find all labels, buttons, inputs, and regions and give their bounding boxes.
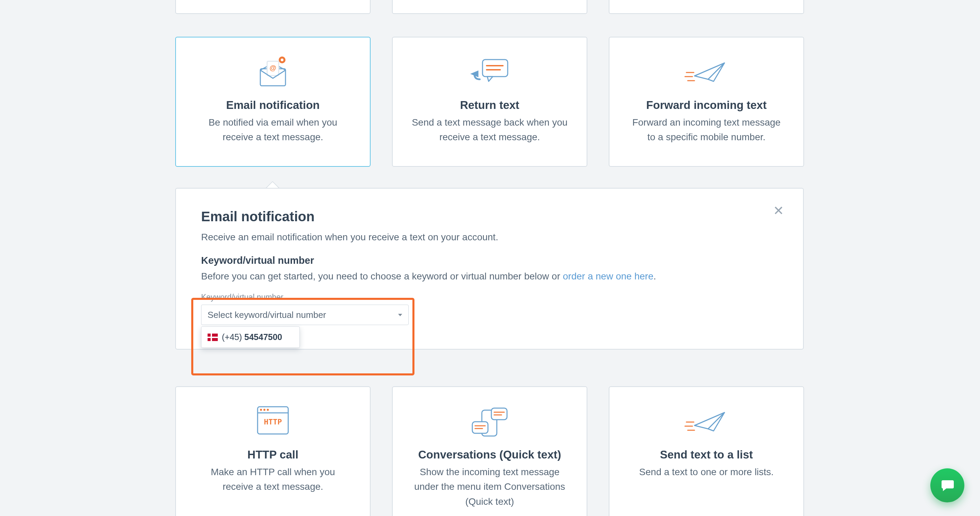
svg-point-17 <box>260 409 262 411</box>
svg-text:HTTP: HTTP <box>264 418 282 426</box>
option-row-1: @ Email notification Be notified via ema… <box>175 37 804 167</box>
card-email-notification[interactable]: @ Email notification Be notified via ema… <box>175 37 371 167</box>
http-browser-icon: HTTP <box>253 403 293 441</box>
chat-launcher-button[interactable] <box>930 468 964 502</box>
card-desc: Be notified via email when you receive a… <box>195 115 351 145</box>
card-desc: Forward an incoming text message to a sp… <box>628 115 785 145</box>
chevron-down-icon <box>398 314 402 316</box>
svg-point-18 <box>263 409 266 411</box>
svg-rect-25 <box>472 422 488 433</box>
card-desc: Make an HTTP call when you receive a tex… <box>195 465 351 494</box>
card-title: Return text <box>460 99 519 111</box>
svg-point-19 <box>267 409 269 411</box>
reply-bubble-icon <box>469 54 510 91</box>
card-title: Send text to a list <box>660 448 753 461</box>
card-forward-incoming[interactable]: Forward incoming text Forward an incomin… <box>609 37 804 167</box>
svg-rect-5 <box>482 60 508 76</box>
flag-dk-icon <box>208 334 218 341</box>
card-send-list[interactable]: Send text to a list Send a text to one o… <box>609 386 804 516</box>
stub-card[interactable] <box>175 0 371 14</box>
paper-plane-icon <box>686 54 727 91</box>
card-desc: Send a text message back when you receiv… <box>411 115 568 145</box>
svg-rect-22 <box>492 408 507 420</box>
email-envelope-icon: @ <box>253 54 293 91</box>
card-title: Forward incoming text <box>646 99 767 111</box>
card-title: Email notification <box>226 99 320 111</box>
field-label: Keyword/virtual number <box>201 293 409 302</box>
card-desc: Send a text to one or more lists. <box>639 465 773 479</box>
chat-bubbles-icon <box>469 403 510 441</box>
details-subtitle: Receive an email notification when you r… <box>201 232 778 243</box>
card-return-text[interactable]: Return text Send a text message back whe… <box>392 37 587 167</box>
keyword-select[interactable]: Select keyword/virtual number <box>201 305 409 325</box>
svg-point-4 <box>281 59 283 61</box>
order-link[interactable]: order a new one here <box>563 271 653 282</box>
details-section-heading: Keyword/virtual number <box>201 255 778 266</box>
svg-text:@: @ <box>269 64 276 72</box>
dropdown-option-0[interactable]: (+45) 54547500 <box>202 327 299 347</box>
card-conversations[interactable]: Conversations (Quick text) Show the inco… <box>392 386 587 516</box>
keyword-dropdown: (+45) 54547500 <box>201 326 300 348</box>
details-panel: ✕ Email notification Receive an email no… <box>175 188 804 350</box>
card-desc: Show the incoming text message under the… <box>411 465 568 509</box>
paper-plane-icon <box>686 403 727 441</box>
details-before-text: Before you can get started, you need to … <box>201 271 778 282</box>
card-title: Conversations (Quick text) <box>418 448 561 461</box>
keyword-select-wrap: Select keyword/virtual number (+45) 5454… <box>201 305 409 325</box>
stub-card[interactable] <box>392 0 587 14</box>
stub-card[interactable] <box>609 0 804 14</box>
chat-icon <box>940 478 955 493</box>
svg-marker-6 <box>487 76 493 81</box>
details-heading: Email notification <box>201 209 778 224</box>
card-http-call[interactable]: HTTP HTTP call Make an HTTP call when yo… <box>175 386 371 516</box>
keyword-field-block: Keyword/virtual number Select keyword/vi… <box>201 293 409 325</box>
option-row-2: HTTP HTTP call Make an HTTP call when yo… <box>175 386 804 516</box>
card-title: HTTP call <box>247 448 298 461</box>
close-icon[interactable]: ✕ <box>773 204 784 217</box>
option-row-stubs <box>175 0 804 14</box>
select-placeholder: Select keyword/virtual number <box>208 310 326 320</box>
